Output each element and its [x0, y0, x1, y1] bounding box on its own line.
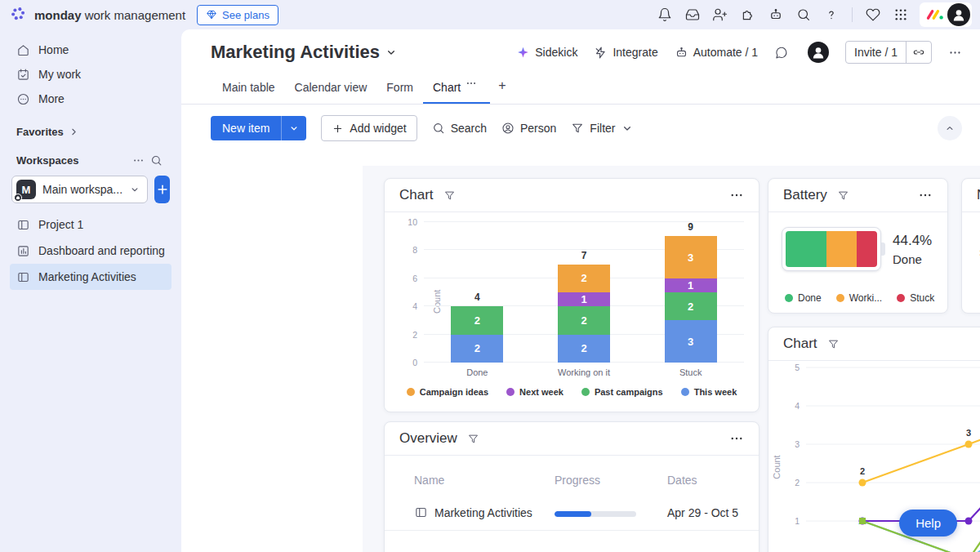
bar-segment-this-week[interactable]: 2 [451, 335, 503, 363]
add-widget-label: Add widget [350, 122, 406, 135]
legend-item-past-campaigns[interactable]: Past campaigns [581, 387, 663, 397]
whats-new-icon[interactable] [861, 2, 885, 27]
y-tick-label: 8 [412, 245, 417, 255]
chevron-down-icon [385, 46, 398, 59]
new-item-button[interactable]: New item [211, 116, 306, 140]
bar-segment-this-week[interactable]: 2 [558, 335, 610, 363]
invite-members-icon[interactable] [708, 2, 733, 27]
workspaces-search-button[interactable] [147, 151, 165, 169]
sidebar-item-more[interactable]: More [10, 87, 172, 111]
board-chat-button[interactable] [774, 46, 788, 60]
inbox-tray-icon[interactable] [680, 2, 705, 27]
bar-segment-next-week[interactable]: 1 [558, 292, 610, 306]
line-series-purple[interactable] [862, 406, 980, 521]
table-row[interactable]: Marketing ActivitiesApr 29 - Oct 5 [385, 495, 759, 531]
monday-brand[interactable]: monday work management [10, 6, 185, 24]
add-view-button[interactable]: + [490, 78, 514, 98]
column-header-dates: Dates [667, 474, 742, 487]
tab-chart[interactable]: Chart [423, 72, 490, 104]
product-switcher-icon[interactable] [889, 2, 913, 27]
funnel-icon[interactable] [837, 189, 849, 202]
battery-segment-stuck[interactable] [857, 231, 877, 267]
sidebar-board-label: Marketing Activities [38, 270, 136, 283]
sidekick-button[interactable]: Sidekick [516, 46, 577, 60]
battery-legend-item[interactable]: Done [785, 292, 822, 304]
collapse-header-button[interactable] [938, 116, 962, 140]
add-workspace-button[interactable] [154, 176, 170, 203]
automate-button[interactable]: Automate / 1 [675, 46, 758, 60]
legend-item-campaign-ideas[interactable]: Campaign ideas [407, 387, 488, 397]
bar-segment-past-campaigns[interactable]: 2 [558, 306, 610, 334]
battery-segment-worki[interactable] [826, 231, 857, 267]
bar-segment-campaign-ideas[interactable]: 3 [665, 236, 717, 278]
board-title[interactable]: Marketing Activities [211, 42, 398, 63]
see-plans-button[interactable]: See plans [197, 5, 278, 25]
sidebar-item-my-work[interactable]: My work [10, 62, 172, 87]
help-icon[interactable] [819, 2, 844, 27]
tab-calendar-view[interactable]: Calendar view [285, 75, 377, 101]
funnel-icon[interactable] [443, 189, 456, 202]
overview-column-headers: NameProgressDates [385, 474, 759, 487]
bar-column-done: 224 [424, 222, 531, 363]
help-button[interactable]: Help [899, 510, 957, 536]
workspace-selector[interactable]: M Main workspa... [11, 176, 148, 203]
copy-link-button[interactable] [906, 42, 931, 63]
notifications-bell-icon[interactable] [653, 2, 677, 27]
battery-segment-done[interactable] [786, 231, 826, 267]
chart-legend: Campaign ideasNext weekPast campaignsThi… [385, 387, 759, 397]
legend-label: Next week [519, 387, 564, 397]
search-icon[interactable] [791, 2, 816, 27]
workspaces-label: Workspaces [16, 154, 78, 167]
legend-item-this-week[interactable]: This week [681, 387, 737, 397]
filter-button[interactable]: Filter [571, 122, 634, 135]
bar-segment-past-campaigns[interactable]: 2 [451, 306, 503, 334]
sidebar-board-project-1[interactable]: Project 1 [10, 211, 172, 238]
legend-dot [836, 294, 844, 302]
funnel-icon[interactable] [827, 338, 840, 350]
data-point-purple[interactable] [965, 518, 973, 525]
data-point-yellow[interactable] [965, 441, 973, 448]
data-point-yellow[interactable] [859, 479, 866, 487]
y-tick-label: 3 [795, 439, 800, 449]
data-point-green[interactable] [859, 518, 866, 524]
bar-segment-past-campaigns[interactable]: 2 [665, 292, 717, 320]
tab-form[interactable]: Form [376, 75, 423, 101]
sparkle-icon [516, 46, 530, 60]
widget-title: Battery [783, 187, 827, 203]
widget-menu-button[interactable] [918, 188, 933, 203]
row-board-name[interactable]: Marketing Activities [414, 505, 555, 519]
bar-segment-this-week[interactable]: 3 [665, 320, 717, 363]
legend-item-next-week[interactable]: Next week [506, 387, 564, 397]
sidebar-board-dashboard-and-reporting[interactable]: Dashboard and reporting [10, 238, 172, 264]
battery-legend-item[interactable]: Stuck [897, 292, 934, 304]
progress-bar[interactable] [555, 511, 636, 517]
tab-main-table[interactable]: Main table [212, 75, 285, 101]
add-widget-button[interactable]: Add widget [321, 115, 416, 141]
sidebar-board-marketing-activities[interactable]: Marketing Activities [10, 264, 172, 290]
workspaces-menu-button[interactable] [129, 151, 147, 169]
integrate-button[interactable]: Integrate [594, 46, 657, 60]
search-button[interactable]: Search [432, 122, 487, 135]
more-icon [16, 92, 30, 106]
funnel-icon[interactable] [467, 433, 479, 445]
new-item-dropdown[interactable] [281, 116, 306, 140]
user-avatar[interactable] [947, 3, 970, 26]
apps-marketplace-icon[interactable] [736, 2, 760, 27]
board-options-button[interactable] [948, 46, 962, 60]
workspaces-header: Workspaces [16, 151, 165, 169]
bar-segment-next-week[interactable]: 1 [665, 278, 717, 292]
widget-menu-button[interactable] [729, 431, 744, 446]
battery-legend-item[interactable]: Worki... [836, 292, 882, 304]
sidebar-item-home[interactable]: Home [10, 38, 172, 62]
tab-options-icon[interactable] [466, 78, 480, 96]
bar-segment-campaign-ideas[interactable]: 2 [558, 265, 610, 292]
invite-button[interactable]: Invite / 1 [846, 42, 906, 63]
widget-menu-button[interactable] [729, 188, 744, 203]
home-icon [16, 43, 30, 57]
x-tick-label: Stuck [637, 367, 744, 377]
ai-assistant-icon[interactable] [764, 2, 788, 27]
board-member-avatar[interactable] [808, 42, 829, 63]
person-filter-button[interactable]: Person [501, 122, 556, 135]
favorites-section[interactable]: Favorites [16, 126, 165, 138]
y-tick-label: 5 [795, 363, 800, 372]
